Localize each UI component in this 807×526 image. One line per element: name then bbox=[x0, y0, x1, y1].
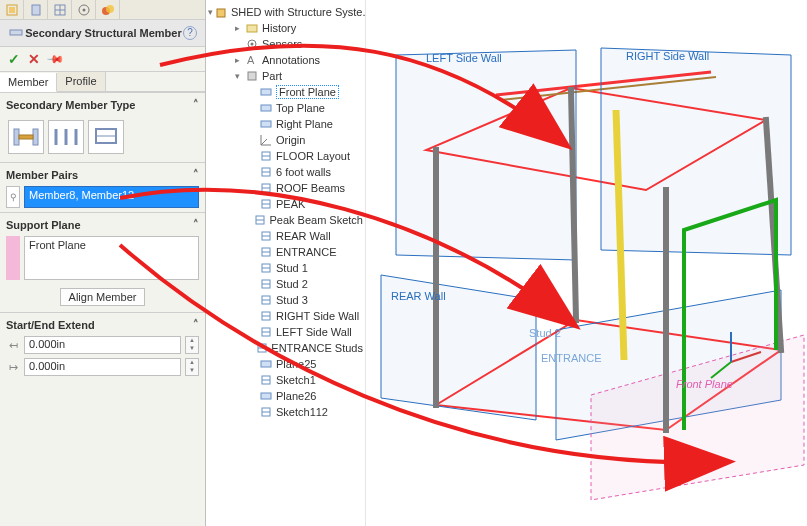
tab-display-manager[interactable] bbox=[96, 0, 120, 20]
expander-icon[interactable] bbox=[247, 360, 256, 369]
cancel-button[interactable]: ✕ bbox=[28, 51, 40, 67]
expander-icon[interactable] bbox=[233, 40, 242, 49]
tree-item[interactable]: ROOF Beams bbox=[208, 180, 363, 196]
tree-item[interactable]: 6 foot walls bbox=[208, 164, 363, 180]
tree-item[interactable]: Origin bbox=[208, 132, 363, 148]
tree-item-label: Peak Beam Sketch bbox=[269, 214, 363, 226]
tree-item[interactable]: ENTRANCE Studs bbox=[208, 340, 363, 356]
expander-icon[interactable] bbox=[243, 216, 251, 225]
expander-icon[interactable] bbox=[247, 248, 256, 257]
tree-item[interactable]: Stud 1 bbox=[208, 260, 363, 276]
tree-item[interactable]: ▸AAnnotations bbox=[208, 52, 363, 68]
tree-item-label: Plane26 bbox=[276, 390, 316, 402]
tree-item[interactable]: REAR Wall bbox=[208, 228, 363, 244]
align-member-button[interactable]: Align Member bbox=[60, 288, 146, 306]
tree-item-label: Stud 2 bbox=[276, 278, 308, 290]
tree-item[interactable]: ENTRANCE bbox=[208, 244, 363, 260]
tree-item[interactable]: Peak Beam Sketch bbox=[208, 212, 363, 228]
tree-item[interactable]: Sketch112 bbox=[208, 404, 363, 420]
sketch-icon bbox=[259, 181, 273, 195]
group-header-member-pairs[interactable]: Member Pairs˄ bbox=[4, 165, 201, 184]
expander-icon[interactable] bbox=[244, 344, 252, 353]
tab-property-manager[interactable] bbox=[24, 0, 48, 20]
svg-rect-1 bbox=[9, 7, 15, 13]
tree-item[interactable]: Front Plane bbox=[208, 84, 363, 100]
label-rear-wall: REAR Wall bbox=[391, 290, 446, 302]
group-header-member-type[interactable]: Secondary Member Type˄ bbox=[4, 95, 201, 114]
tree-item[interactable]: ▾Part bbox=[208, 68, 363, 84]
pushpin-icon[interactable]: 📌 bbox=[45, 49, 64, 68]
expander-icon[interactable] bbox=[247, 280, 256, 289]
tab-config-manager[interactable] bbox=[48, 0, 72, 20]
expander-icon[interactable] bbox=[247, 184, 256, 193]
tree-item-label: Stud 3 bbox=[276, 294, 308, 306]
expander-icon[interactable] bbox=[247, 296, 256, 305]
tree-item-label: Origin bbox=[276, 134, 305, 146]
tab-dimxpert[interactable] bbox=[72, 0, 96, 20]
expander-icon[interactable]: ▸ bbox=[233, 24, 242, 33]
expander-icon[interactable] bbox=[247, 168, 256, 177]
help-icon[interactable]: ? bbox=[183, 26, 197, 40]
plane-color-swatch bbox=[6, 236, 20, 280]
from-frame-button[interactable] bbox=[88, 120, 124, 154]
tree-root-label: SHED with Structure Syste... bbox=[231, 6, 366, 18]
expander-icon[interactable]: ▾ bbox=[208, 8, 213, 17]
tab-profile[interactable]: Profile bbox=[57, 72, 105, 91]
tree-item[interactable]: ▸History bbox=[208, 20, 363, 36]
tree-item[interactable]: Stud 3 bbox=[208, 292, 363, 308]
tree-item-label: FLOOR Layout bbox=[276, 150, 350, 162]
end-extend-input[interactable]: 0.000in bbox=[24, 358, 181, 376]
tree-item-label: Plane25 bbox=[276, 358, 316, 370]
expander-icon[interactable] bbox=[247, 376, 256, 385]
ok-button[interactable]: ✓ bbox=[8, 51, 20, 67]
tree-item[interactable]: Sensors bbox=[208, 36, 363, 52]
sketch-icon bbox=[254, 213, 266, 227]
expander-icon[interactable] bbox=[247, 152, 256, 161]
tree-item[interactable]: Sketch1 bbox=[208, 372, 363, 388]
tree-item-label: ROOF Beams bbox=[276, 182, 345, 194]
expander-icon[interactable]: ▸ bbox=[233, 56, 242, 65]
sketch-icon bbox=[259, 165, 273, 179]
sketch-icon bbox=[255, 341, 268, 355]
expander-icon[interactable] bbox=[247, 232, 256, 241]
tab-member[interactable]: Member bbox=[0, 73, 57, 92]
expander-icon[interactable] bbox=[247, 88, 256, 97]
member-pairs-selection[interactable]: Member8, Member12 bbox=[24, 186, 199, 208]
svg-line-28 bbox=[261, 139, 267, 145]
expander-icon[interactable] bbox=[247, 312, 256, 321]
chain-icon[interactable]: ⚲ bbox=[6, 186, 20, 208]
expander-icon[interactable] bbox=[247, 392, 256, 401]
tree-item[interactable]: FLOOR Layout bbox=[208, 148, 363, 164]
label-stud2: Stud 2 bbox=[529, 327, 561, 339]
expander-icon[interactable] bbox=[247, 136, 256, 145]
expander-icon[interactable] bbox=[247, 200, 256, 209]
expander-icon[interactable] bbox=[247, 104, 256, 113]
support-plane-selection[interactable]: Front Plane bbox=[24, 236, 199, 280]
plane-icon bbox=[259, 117, 273, 131]
tree-item[interactable]: LEFT Side Wall bbox=[208, 324, 363, 340]
expander-icon[interactable] bbox=[247, 264, 256, 273]
start-extend-input[interactable]: 0.000in bbox=[24, 336, 181, 354]
plane-icon bbox=[259, 389, 273, 403]
tree-item-label: Sketch1 bbox=[276, 374, 316, 386]
svg-rect-24 bbox=[248, 72, 256, 80]
expander-icon[interactable] bbox=[247, 328, 256, 337]
tree-item[interactable]: RIGHT Side Wall bbox=[208, 308, 363, 324]
tree-root[interactable]: ▾ SHED with Structure Syste... bbox=[208, 4, 363, 20]
sketch-icon bbox=[259, 373, 273, 387]
expander-icon[interactable] bbox=[247, 120, 256, 129]
tab-feature-tree[interactable] bbox=[0, 0, 24, 20]
between-members-button[interactable] bbox=[8, 120, 44, 154]
group-header-support-plane[interactable]: Support Plane˄ bbox=[4, 215, 201, 234]
parallel-members-button[interactable] bbox=[48, 120, 84, 154]
tree-item[interactable]: Stud 2 bbox=[208, 276, 363, 292]
expander-icon[interactable] bbox=[247, 408, 256, 417]
tree-item[interactable]: Plane26 bbox=[208, 388, 363, 404]
tree-item[interactable]: Plane25 bbox=[208, 356, 363, 372]
tree-item[interactable]: Top Plane bbox=[208, 100, 363, 116]
tree-item[interactable]: PEAK bbox=[208, 196, 363, 212]
graphics-viewport[interactable]: LEFT Side Wall RIGHT Side Wall REAR Wall… bbox=[366, 0, 807, 526]
group-header-extend[interactable]: Start/End Extend˄ bbox=[4, 315, 201, 334]
tree-item[interactable]: Right Plane bbox=[208, 116, 363, 132]
expander-icon[interactable]: ▾ bbox=[233, 72, 242, 81]
